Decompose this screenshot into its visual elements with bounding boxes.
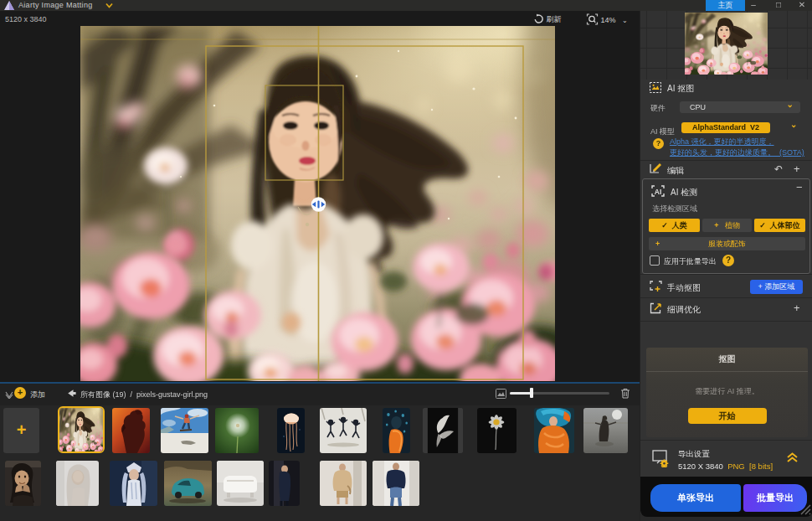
svg-text:AI: AI (655, 188, 662, 196)
